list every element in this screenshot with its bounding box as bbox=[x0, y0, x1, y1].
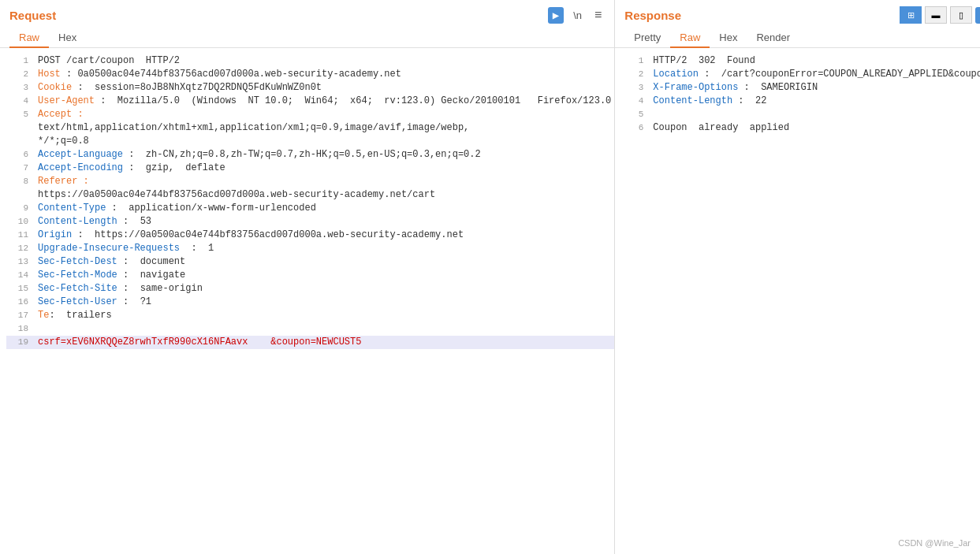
request-send-button[interactable]: ▶ bbox=[548, 7, 564, 24]
request-line-5: 5 Accept : bbox=[6, 108, 614, 121]
response-line-4: 4 Content-Length : 22 bbox=[621, 95, 980, 108]
request-line-7: 7 Accept-Encoding : gzip, deflate bbox=[6, 162, 614, 175]
tab-response-raw[interactable]: Raw bbox=[670, 28, 710, 48]
watermark: CSDN @Wine_Jar bbox=[898, 538, 971, 548]
response-line-1: 1 HTTP/2 302 Found bbox=[621, 54, 980, 68]
response-panel: Response ▶ \n ≡ Pretty Raw Hex Render 1 … bbox=[615, 0, 980, 554]
request-line-11: 11 Origin : https://0a0500ac04e744bf8375… bbox=[6, 229, 614, 242]
top-bar: ⊞ ▬ ▯ bbox=[900, 6, 972, 24]
request-line-5c: */*;q=0.8 bbox=[6, 135, 614, 148]
panels-container: Request ▶ \n ≡ Raw Hex 1 POST /cart/coup… bbox=[0, 0, 980, 554]
request-line-9: 9 Content-Type : application/x-www-form-… bbox=[6, 202, 614, 215]
request-line-2: 2 Host : 0a0500ac04e744bf83756acd007d000… bbox=[6, 68, 614, 81]
request-actions: ▶ \n ≡ bbox=[548, 6, 606, 24]
response-line-2: 2 Location : /cart?couponError=COUPON_AL… bbox=[621, 68, 980, 81]
split-view-button[interactable]: ⊞ bbox=[900, 6, 922, 24]
request-panel: Request ▶ \n ≡ Raw Hex 1 POST /cart/coup… bbox=[0, 0, 615, 554]
request-title: Request bbox=[9, 9, 56, 22]
request-line-5b: text/html,application/xhtml+xml,applicat… bbox=[6, 121, 614, 135]
request-line-6: 6 Accept-Language : zh-CN,zh;q=0.8,zh-TW… bbox=[6, 148, 614, 162]
request-line-16: 16 Sec-Fetch-User : ?1 bbox=[6, 296, 614, 309]
request-line-10: 10 Content-Length : 53 bbox=[6, 215, 614, 229]
tab-response-render[interactable]: Render bbox=[747, 28, 799, 48]
request-line-1: 1 POST /cart/coupon HTTP/2 bbox=[6, 54, 614, 68]
request-line-3: 3 Cookie : session=8oJB8NhXqtz7DQ2RDNQ5F… bbox=[6, 81, 614, 95]
response-content: 1 HTTP/2 302 Found 2 Location : /cart?co… bbox=[615, 48, 980, 554]
request-panel-header: Request ▶ \n ≡ bbox=[0, 0, 614, 24]
horizontal-view-button[interactable]: ▬ bbox=[925, 6, 947, 24]
request-line-14: 14 Sec-Fetch-Mode : navigate bbox=[6, 269, 614, 282]
tab-request-hex[interactable]: Hex bbox=[49, 28, 86, 48]
response-line-6: 6 Coupon already applied bbox=[621, 121, 980, 135]
request-line-8: 8 Referer : bbox=[6, 175, 614, 188]
response-line-3: 3 X-Frame-Options : SAMEORIGIN bbox=[621, 81, 980, 95]
request-line-17: 17 Te: trailers bbox=[6, 309, 614, 322]
request-line-13: 13 Sec-Fetch-Dest : document bbox=[6, 255, 614, 269]
request-line-12: 12 Upgrade-Insecure-Requests : 1 bbox=[6, 242, 614, 255]
request-line-8b: https://0a0500ac04e744bf83756acd007d000a… bbox=[6, 188, 614, 202]
request-line-4: 4 User-Agent : Mozilla/5.0 (Windows NT 1… bbox=[6, 95, 614, 108]
request-line-18: 18 bbox=[6, 322, 614, 336]
response-tabs: Pretty Raw Hex Render bbox=[615, 24, 980, 48]
request-menu-button[interactable]: ≡ bbox=[591, 6, 605, 24]
tab-request-raw[interactable]: Raw bbox=[9, 28, 49, 48]
vertical-view-button[interactable]: ▯ bbox=[950, 6, 972, 24]
request-line-19: 19 csrf=xEV6NXRQQeZ8rwhTxfR990cX16NFAavx… bbox=[6, 336, 614, 349]
request-content: 1 POST /cart/coupon HTTP/2 2 Host : 0a05… bbox=[0, 48, 614, 554]
request-tabs: Raw Hex bbox=[0, 24, 614, 48]
response-line-5: 5 bbox=[621, 108, 980, 121]
response-title: Response bbox=[624, 9, 681, 22]
tab-response-pretty[interactable]: Pretty bbox=[624, 28, 670, 48]
request-newline-button[interactable]: \n bbox=[570, 8, 585, 23]
request-line-15: 15 Sec-Fetch-Site : same-origin bbox=[6, 282, 614, 296]
tab-response-hex[interactable]: Hex bbox=[710, 28, 747, 48]
response-actions: ▶ \n ≡ bbox=[975, 6, 980, 24]
response-send-button[interactable]: ▶ bbox=[975, 7, 980, 24]
